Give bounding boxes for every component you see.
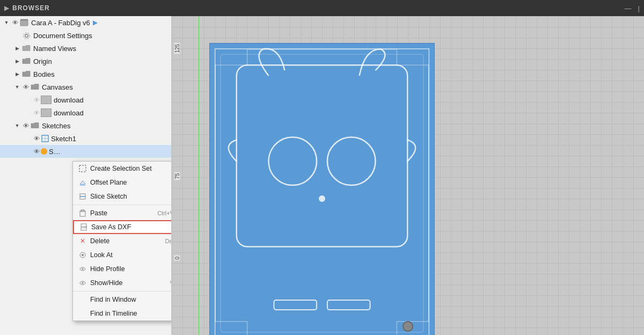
tree-item-origin[interactable]: Origin bbox=[0, 55, 171, 68]
ctx-find-window-icon bbox=[78, 295, 87, 304]
ctx-show-hide[interactable]: Show/Hide V bbox=[73, 276, 172, 290]
canvas-thumb-2 bbox=[41, 108, 52, 117]
ctx-delete-icon: ✕ bbox=[78, 237, 87, 245]
svg-rect-33 bbox=[221, 54, 423, 332]
svg-point-17 bbox=[82, 254, 84, 256]
ctx-save-as-dxf[interactable]: DXF Save As DXF bbox=[73, 220, 172, 234]
ctx-slice-icon bbox=[78, 192, 87, 201]
svg-rect-27 bbox=[237, 65, 407, 246]
svg-rect-24 bbox=[397, 49, 429, 65]
origin-label: Origin bbox=[33, 57, 52, 65]
face-sketch-svg bbox=[210, 43, 434, 335]
tree-item-sketch1[interactable]: 👁 Sketch1 bbox=[0, 132, 171, 145]
tree-arrow-canvases[interactable] bbox=[13, 83, 21, 91]
doc-settings-label: Document Settings bbox=[33, 32, 92, 40]
top-bar: ▶ BROWSER — | bbox=[0, 0, 644, 16]
svg-point-28 bbox=[268, 137, 317, 186]
ctx-create-selection-set[interactable]: Create Selection Set bbox=[73, 162, 172, 176]
canvases-label: Canvases bbox=[42, 83, 73, 91]
ctx-paste-icon bbox=[78, 209, 87, 217]
tree-arrow-sketches[interactable] bbox=[13, 121, 21, 130]
ctx-selection-icon bbox=[78, 164, 87, 173]
gear-icon-doc bbox=[21, 31, 31, 40]
viewport[interactable]: 125 75 0 bbox=[172, 16, 644, 335]
nav-dot[interactable] bbox=[402, 321, 413, 332]
svg-point-2 bbox=[25, 34, 28, 37]
ctx-separator-1 bbox=[73, 205, 172, 205]
svg-rect-1 bbox=[20, 20, 28, 26]
ctx-slice-sketch[interactable]: Slice Sketch bbox=[73, 190, 172, 203]
folder-icon-canvases bbox=[30, 82, 40, 92]
sketches-label: Sketches bbox=[42, 122, 70, 130]
ctx-lookat-icon bbox=[78, 251, 87, 259]
eye-icon-sketch2[interactable]: 👁 bbox=[32, 147, 41, 156]
tree-item-root[interactable]: 👁 Cara A - FabDig v6 ▶ bbox=[0, 16, 171, 29]
svg-point-19 bbox=[82, 268, 84, 270]
ctx-paste[interactable]: Paste Ctrl+V bbox=[73, 206, 172, 220]
sketch2-label: S… bbox=[49, 148, 61, 156]
tree-arrow-named-views[interactable] bbox=[13, 44, 21, 53]
split-icon[interactable]: | bbox=[638, 4, 640, 12]
eye-icon-sketches[interactable]: 👁 bbox=[21, 121, 30, 130]
eye-icon-sketch1[interactable]: 👁 bbox=[32, 134, 41, 143]
svg-rect-22 bbox=[215, 49, 429, 335]
svg-text:DXF: DXF bbox=[82, 225, 87, 229]
ctx-find-timeline-icon bbox=[78, 309, 87, 318]
svg-point-29 bbox=[327, 137, 376, 186]
tree-item-canvas-1[interactable]: 👁 download bbox=[0, 93, 171, 106]
canvas-1-label: download bbox=[54, 96, 84, 104]
yellow-dot-icon bbox=[41, 148, 47, 155]
svg-marker-8 bbox=[80, 181, 85, 184]
ctx-showhide-icon bbox=[78, 279, 87, 287]
ctx-offset-plane[interactable]: Offset Plane bbox=[73, 176, 172, 190]
tree-item-canvas-2[interactable]: 👁 download bbox=[0, 106, 171, 119]
ruler-label-0: 0 bbox=[174, 256, 180, 261]
ctx-dxf-icon: DXF bbox=[79, 223, 88, 231]
folder-icon-named-views bbox=[21, 43, 31, 53]
eye-icon-canvas-1[interactable]: 👁 bbox=[32, 96, 41, 104]
svg-rect-32 bbox=[327, 300, 370, 310]
tree-item-doc-settings[interactable]: Document Settings bbox=[0, 29, 171, 42]
canvas-2-label: download bbox=[54, 109, 84, 117]
play-icon: ▶ bbox=[93, 19, 98, 26]
tree-item-bodies[interactable]: Bodies bbox=[0, 68, 171, 81]
tree-arrow-origin[interactable] bbox=[13, 57, 21, 65]
svg-rect-25 bbox=[215, 322, 247, 335]
sketch1-label: Sketch1 bbox=[51, 135, 76, 143]
ruler-label-125: 125 bbox=[174, 43, 180, 54]
tree-item-sketch2[interactable]: 👁 S… bbox=[0, 145, 171, 158]
sidebar-browser: 👁 Cara A - FabDig v6 ▶ Document Settings bbox=[0, 16, 172, 335]
top-bar-title: BROWSER bbox=[12, 4, 50, 12]
minimize-icon[interactable]: — bbox=[625, 4, 632, 12]
svg-point-30 bbox=[319, 195, 325, 202]
tree-item-named-views[interactable]: Named Views bbox=[0, 42, 171, 55]
svg-rect-31 bbox=[274, 300, 317, 310]
svg-rect-7 bbox=[79, 165, 86, 172]
ctx-find-in-window[interactable]: Find in Window bbox=[73, 293, 172, 307]
tree-item-sketches[interactable]: 👁 Sketches bbox=[0, 119, 171, 132]
ctx-separator-2 bbox=[73, 291, 172, 292]
browser-arrow-icon: ▶ bbox=[4, 4, 9, 12]
named-views-label: Named Views bbox=[33, 45, 76, 53]
ctx-look-at[interactable]: Look At bbox=[73, 248, 172, 262]
ctx-find-in-timeline[interactable]: Find in Timeline bbox=[73, 307, 172, 321]
eye-icon-canvas-2[interactable]: 👁 bbox=[32, 108, 41, 117]
tree-arrow-root[interactable] bbox=[2, 18, 11, 27]
guide-line-vertical bbox=[199, 16, 199, 335]
file-icon-root bbox=[19, 18, 29, 27]
folder-icon-origin bbox=[21, 56, 31, 66]
eye-icon-canvases[interactable]: 👁 bbox=[21, 83, 30, 91]
context-menu: Create Selection Set Offset Plane Slice … bbox=[72, 161, 172, 321]
svg-point-3 bbox=[23, 32, 29, 38]
ctx-hide-profile[interactable]: Hide Profile bbox=[73, 262, 172, 276]
ctx-plane-icon bbox=[78, 178, 87, 187]
sketch-icon-1 bbox=[41, 134, 49, 143]
svg-point-21 bbox=[82, 282, 84, 284]
eye-icon-root[interactable]: 👁 bbox=[11, 18, 19, 27]
svg-rect-13 bbox=[81, 210, 84, 212]
folder-icon-bodies bbox=[21, 69, 31, 79]
ctx-delete[interactable]: ✕ Delete Del bbox=[73, 234, 172, 248]
tree-arrow-bodies[interactable] bbox=[13, 70, 21, 78]
design-board bbox=[209, 43, 435, 335]
tree-item-canvases[interactable]: 👁 Canvases bbox=[0, 81, 171, 93]
